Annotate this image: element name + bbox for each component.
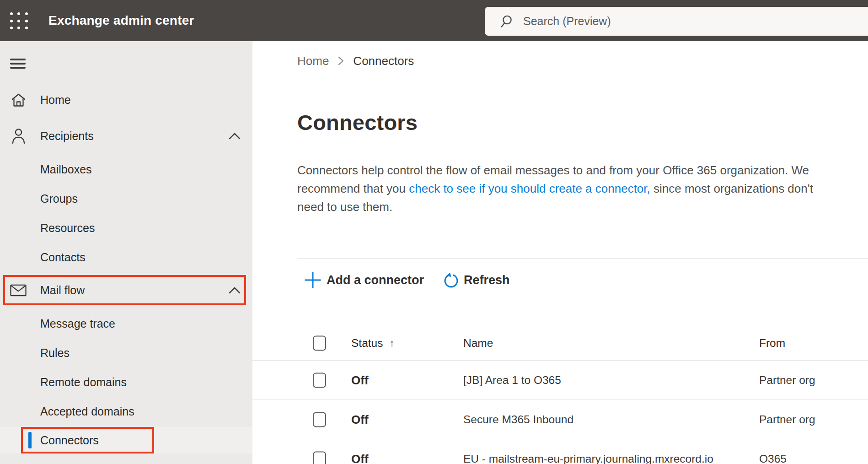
table-row[interactable]: Off [JB] Area 1 to O365 Partner org (252, 361, 868, 400)
sidebar-item-resources[interactable]: Resources (0, 213, 252, 243)
chevron-up-icon[interactable] (229, 132, 241, 140)
app-title: Exchange admin center (48, 0, 194, 41)
sidebar-item-groups[interactable]: Groups (0, 184, 252, 213)
row-checkbox[interactable] (313, 452, 326, 464)
row-from: O365 (759, 453, 787, 464)
search-input[interactable] (523, 15, 868, 28)
page-description: Connectors help control the flow of emai… (297, 161, 813, 216)
sort-ascending-icon: ↑ (389, 337, 395, 349)
sidebar-item-label: Rules (40, 346, 70, 360)
selected-indicator-bar (28, 432, 32, 448)
column-header-status[interactable]: Status↑ (351, 337, 395, 350)
search-box[interactable] (485, 7, 868, 36)
row-name[interactable]: EU - mailstream-eu-primary.journaling.mx… (463, 453, 713, 464)
toolbar-divider (297, 258, 868, 259)
sidebar-item-label: Recipients (40, 129, 94, 143)
toolbar: Add a connector Refresh (304, 268, 510, 292)
sidebar-item-label: Message trace (40, 317, 115, 330)
plus-icon (304, 271, 322, 289)
search-icon (501, 15, 515, 28)
sidebar-item-recipients[interactable]: Recipients (0, 121, 252, 151)
sidebar-item-home[interactable]: Home (0, 85, 252, 114)
breadcrumb-current: Connectors (353, 54, 414, 68)
row-from: Partner org (759, 413, 815, 426)
home-icon (10, 93, 27, 107)
row-name[interactable]: Secure M365 Inbound (463, 413, 573, 426)
refresh-label: Refresh (464, 273, 510, 287)
sidebar-item-connectors[interactable]: Connectors (0, 427, 252, 453)
row-checkbox[interactable] (313, 412, 326, 427)
sidebar-item-label: Home (40, 93, 71, 107)
sidebar-item-label: Contacts (40, 251, 86, 264)
add-connector-button[interactable]: Add a connector (304, 271, 424, 289)
breadcrumb-home-link[interactable]: Home (297, 54, 329, 68)
description-text: recommend that you (297, 182, 409, 195)
page-title: Connectors (297, 110, 418, 135)
select-all-checkbox[interactable] (313, 335, 326, 351)
exchange-admin-center-window: Exchange admin center Ho (0, 0, 868, 464)
description-text: since most organizations don't (650, 182, 813, 195)
sidebar-item-mailboxes[interactable]: Mailboxes (0, 155, 252, 184)
mail-icon (10, 284, 27, 297)
table-header-row: Status↑ Name From (252, 326, 868, 361)
sidebar-item-accepted-domains[interactable]: Accepted domains (0, 397, 252, 426)
sidebar-item-contacts[interactable]: Contacts (0, 243, 252, 272)
person-icon (10, 128, 27, 144)
row-status: Off (351, 412, 369, 426)
sidebar-item-remote-domains[interactable]: Remote domains (0, 367, 252, 397)
row-name[interactable]: [JB] Area 1 to O365 (463, 374, 561, 387)
sidebar-item-label: Accepted domains (40, 405, 134, 418)
sidebar-item-label: Remote domains (40, 376, 127, 389)
row-status: Off (351, 373, 369, 387)
refresh-button[interactable]: Refresh (443, 272, 510, 288)
description-line: need to use them. (297, 198, 813, 216)
refresh-icon (443, 272, 459, 288)
sidebar-item-label: Connectors (40, 434, 99, 447)
sidebar-item-label: Resources (40, 221, 95, 235)
column-header-from[interactable]: From (759, 337, 785, 350)
sidebar-item-label: Mail flow (40, 284, 85, 297)
column-header-name[interactable]: Name (463, 337, 493, 350)
table-row[interactable]: Off EU - mailstream-eu-primary.journalin… (252, 439, 868, 464)
description-line: Connectors help control the flow of emai… (297, 161, 813, 179)
breadcrumb: Home Connectors (297, 53, 414, 69)
app-launcher-waffle-icon[interactable] (10, 12, 28, 30)
sidebar-item-label: Groups (40, 192, 78, 205)
add-connector-label: Add a connector (327, 273, 424, 287)
row-checkbox[interactable] (313, 372, 326, 388)
description-line: recommend that you check to see if you s… (297, 179, 813, 198)
row-from: Partner org (759, 374, 815, 387)
row-status: Off (351, 452, 369, 464)
sidebar-item-message-trace[interactable]: Message trace (0, 309, 252, 338)
main-content: Home Connectors Connectors Connectors he… (252, 41, 868, 464)
table-row[interactable]: Off Secure M365 Inbound Partner org (252, 400, 868, 439)
sidebar-item-rules[interactable]: Rules (0, 338, 252, 367)
chevron-up-icon[interactable] (229, 286, 241, 294)
sidebar-item-mail-flow[interactable]: Mail flow (0, 275, 252, 305)
sidebar-item-label: Mailboxes (40, 163, 92, 176)
create-connector-check-link[interactable]: check to see if you should create a conn… (409, 182, 650, 195)
sidebar-nav: Home Recipients Mailboxes (0, 41, 252, 464)
top-bar: Exchange admin center (0, 0, 868, 41)
chevron-right-icon (338, 56, 344, 66)
